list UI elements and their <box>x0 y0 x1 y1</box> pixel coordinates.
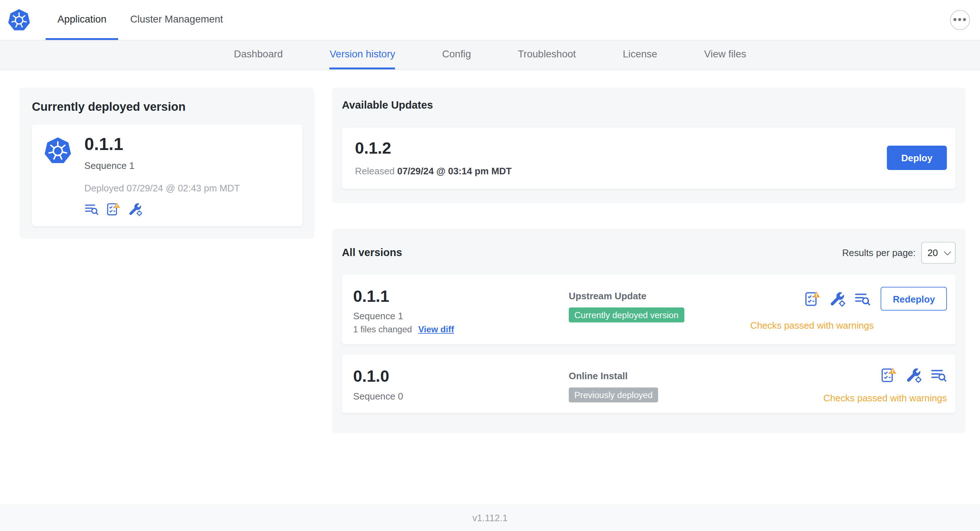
main-content: Currently deployed version 0.1.1 Sequenc… <box>0 70 980 504</box>
all-versions-header: All versions Results per page: 20 <box>342 242 956 264</box>
tab-application[interactable]: Application <box>46 0 118 40</box>
kubernetes-logo <box>44 134 72 216</box>
source-type-label: Online Install <box>569 370 823 381</box>
config-wrench-icon <box>905 367 922 383</box>
files-changed-label: 1 files changed <box>353 324 412 334</box>
release-notes-icon <box>84 202 99 216</box>
config-wrench-icon <box>128 202 143 216</box>
subnav-license-label: License <box>622 48 657 60</box>
version-row: 0.1.1 Sequence 1 1 files changed View di… <box>342 274 956 344</box>
results-per-page-select[interactable]: 20 <box>921 242 956 264</box>
config-button[interactable] <box>128 202 143 216</box>
preflight-checks-button[interactable] <box>880 367 897 383</box>
row-files-changed: 1 files changed View diff <box>353 324 569 334</box>
deployed-status-badge: Currently deployed version <box>569 308 684 323</box>
deployed-status-badge: Previously deployed <box>569 388 659 402</box>
deployed-timestamp: Deployed 07/29/24 @ 02:43 pm MDT <box>84 182 240 193</box>
view-diff-link[interactable]: View diff <box>418 324 454 334</box>
currently-deployed-card: Currently deployed version 0.1.1 Sequenc… <box>19 87 314 238</box>
version-row-actions: Redeploy Checks passed with warnings <box>750 287 947 334</box>
version-row-actions: Checks passed with warnings <box>823 367 947 403</box>
tab-cluster-management-label: Cluster Management <box>130 13 223 25</box>
results-per-page-select-wrap: 20 <box>921 242 956 264</box>
version-row: 0.1.0 Sequence 0 Online Install Previous… <box>342 355 956 413</box>
version-row-left: 0.1.1 Sequence 1 1 files changed View di… <box>353 287 569 334</box>
all-versions-title: All versions <box>342 246 402 259</box>
checks-status: Checks passed with warnings <box>750 320 873 331</box>
deployed-version-actions <box>84 202 240 216</box>
top-nav: Application Cluster Management <box>46 0 235 40</box>
subnav-version-history-label: Version history <box>330 48 396 60</box>
all-versions-card: All versions Results per page: 20 <box>332 229 966 433</box>
available-updates-title: Available Updates <box>342 100 956 112</box>
released-date: 07/29/24 @ 03:14 pm MDT <box>398 165 512 176</box>
app-subnav: Dashboard Version history Config Trouble… <box>0 41 980 70</box>
subnav-item-troubleshoot[interactable]: Troubleshoot <box>518 41 576 69</box>
version-row-source: Online Install Previously deployed <box>569 370 823 403</box>
row-sequence-label: Sequence 0 <box>353 390 569 401</box>
row-sequence-label: Sequence 1 <box>353 310 569 321</box>
subnav-item-dashboard[interactable]: Dashboard <box>234 41 283 69</box>
deployed-version-number: 0.1.1 <box>84 134 240 154</box>
top-bar: Application Cluster Management ●●● <box>0 0 980 41</box>
preflight-checks-warning-icon <box>107 202 121 216</box>
subnav-config-label: Config <box>442 48 471 60</box>
ellipsis-icon: ●●● <box>953 16 967 22</box>
row-action-icons: Redeploy <box>805 287 947 310</box>
update-row: 0.1.2 Released 07/29/24 @ 03:14 pm MDT D… <box>342 127 956 189</box>
subnav-dashboard-label: Dashboard <box>234 48 283 60</box>
source-type-label: Upstream Update <box>569 291 751 301</box>
checks-status: Checks passed with warnings <box>823 393 947 403</box>
tab-cluster-management[interactable]: Cluster Management <box>118 0 235 40</box>
deploy-button[interactable]: Deploy <box>887 145 947 170</box>
preflight-checks-warning-icon <box>805 291 821 307</box>
update-info: 0.1.2 Released 07/29/24 @ 03:14 pm MDT <box>355 139 511 176</box>
right-column: Available Updates 0.1.2 Released 07/29/2… <box>332 87 966 433</box>
config-button[interactable] <box>830 291 846 307</box>
version-row-source: Upstream Update Currently deployed versi… <box>569 291 751 334</box>
more-options-button[interactable]: ●●● <box>950 10 970 30</box>
subnav-view-files-label: View files <box>704 48 746 60</box>
preflight-checks-button[interactable] <box>107 202 121 216</box>
config-button[interactable] <box>905 367 922 383</box>
deployed-sequence-label: Sequence 1 <box>84 160 240 170</box>
kubernetes-logo <box>8 8 31 32</box>
app-logo <box>6 0 38 40</box>
results-per-page-label: Results per page: <box>842 247 915 258</box>
released-label: Released <box>355 165 395 176</box>
update-version-number: 0.1.2 <box>355 139 511 158</box>
results-per-page: Results per page: 20 <box>842 242 955 264</box>
deployed-version-card: 0.1.1 Sequence 1 Deployed 07/29/24 @ 02:… <box>32 124 302 226</box>
release-notes-icon <box>931 367 947 383</box>
release-notes-button[interactable] <box>931 367 947 383</box>
tab-application-label: Application <box>57 13 107 25</box>
subnav-troubleshoot-label: Troubleshoot <box>518 48 576 60</box>
deployed-version-info: 0.1.1 Sequence 1 Deployed 07/29/24 @ 02:… <box>84 134 240 216</box>
config-wrench-icon <box>830 291 846 307</box>
row-action-icons <box>880 367 947 383</box>
app-version-label: v1.112.1 <box>472 512 508 523</box>
footer: v1.112.1 <box>0 504 980 531</box>
row-version-number: 0.1.0 <box>353 367 569 386</box>
release-notes-button[interactable] <box>84 202 99 216</box>
available-updates-card: Available Updates 0.1.2 Released 07/29/2… <box>332 87 966 203</box>
left-column: Currently deployed version 0.1.1 Sequenc… <box>19 87 314 238</box>
preflight-checks-button[interactable] <box>805 291 821 307</box>
top-bar-right: ●●● <box>950 0 970 40</box>
currently-deployed-title: Currently deployed version <box>32 100 302 114</box>
subnav-item-version-history[interactable]: Version history <box>330 41 396 69</box>
subnav-item-view-files[interactable]: View files <box>704 41 746 69</box>
row-version-number: 0.1.1 <box>353 287 569 306</box>
subnav-item-license[interactable]: License <box>622 41 657 69</box>
version-row-left: 0.1.0 Sequence 0 <box>353 367 569 403</box>
update-released-at: Released 07/29/24 @ 03:14 pm MDT <box>355 165 511 176</box>
app: Application Cluster Management ●●● Dashb… <box>0 0 980 531</box>
redeploy-button[interactable]: Redeploy <box>881 287 947 310</box>
subnav-item-config[interactable]: Config <box>442 41 471 69</box>
preflight-checks-warning-icon <box>880 367 897 383</box>
release-notes-icon <box>855 291 871 307</box>
release-notes-button[interactable] <box>855 291 871 307</box>
